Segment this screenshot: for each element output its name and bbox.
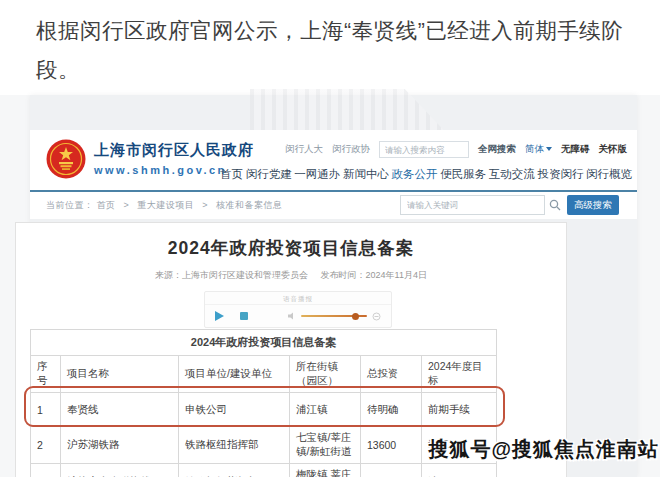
cell: 167705 bbox=[361, 464, 422, 477]
nav-news[interactable]: 新闻中心 bbox=[343, 167, 389, 182]
cell: 2 bbox=[31, 427, 61, 464]
search-icon[interactable] bbox=[549, 199, 561, 211]
table-caption-row: 2024年政府投资项目信息备案 bbox=[31, 330, 497, 356]
col-header-project: 项目名称 bbox=[61, 356, 179, 393]
cell: 奉贤线 bbox=[61, 393, 179, 427]
article-title: 2024年政府投资项目信息备案 bbox=[16, 236, 566, 260]
volume-icon bbox=[372, 312, 381, 321]
table-header-row: 序号 项目名称 项目单位/建设单位 所在街镇（园区） 总投资 2024年度目标 bbox=[31, 356, 497, 393]
cell: 13600 bbox=[361, 427, 422, 464]
volume-control bbox=[288, 312, 381, 321]
national-emblem-logo bbox=[46, 139, 86, 179]
table-row-fengxian-line: 1 奉贤线 申铁公司 浦江镇 待明确 前期手续 bbox=[31, 393, 497, 427]
projects-table-wrap: 2024年政府投资项目信息备案 序号 项目名称 项目单位/建设单位 所在街镇（园… bbox=[30, 329, 496, 477]
site-header: 上海市闵行区人民政府 www.shmh.gov.cn 闵行人大 闵行政协 全网搜… bbox=[30, 130, 637, 192]
cell: 1 bbox=[31, 393, 61, 427]
breadcrumb-major-projects[interactable]: 重大建设项目 bbox=[137, 200, 194, 210]
article-caption: 根据闵行区政府官网公示，上海“奉贤线”已经进入前期手续阶段。 bbox=[36, 12, 628, 90]
article-source: 来源：上海市闵行区建设和管理委员会 bbox=[155, 270, 308, 280]
accessibility-link[interactable]: 无障碍 bbox=[561, 143, 590, 156]
advanced-search-button[interactable]: 高级搜索 bbox=[567, 195, 619, 215]
audio-player-controls bbox=[205, 305, 391, 327]
watermark: 搜狐号@搜狐焦点淮南站 bbox=[428, 436, 659, 463]
language-selector[interactable]: 简体 bbox=[525, 143, 552, 156]
col-header-investment: 总投资 bbox=[361, 356, 422, 393]
cell: 铁路枢纽指挥部 bbox=[179, 464, 290, 477]
cell: 梅陇镇 莘庄镇 bbox=[290, 464, 361, 477]
site-search-input[interactable] bbox=[379, 141, 469, 158]
speaker-icon bbox=[288, 312, 296, 320]
care-version-link[interactable]: 关怀版 bbox=[599, 143, 628, 156]
link-minhang-renda[interactable]: 闵行人大 bbox=[285, 143, 323, 156]
col-header-unit: 项目单位/建设单位 bbox=[179, 356, 290, 393]
cell: 沪杭客专南联络线 bbox=[61, 464, 179, 477]
cell: 待明确 bbox=[361, 393, 422, 427]
chevron-down-icon bbox=[546, 147, 552, 151]
cell: 沪苏湖铁路 bbox=[61, 427, 179, 464]
site-search-button[interactable]: 全网搜索 bbox=[478, 143, 516, 156]
article-meta: 来源：上海市闵行区建设和管理委员会 发布时间：2024年11月4日 bbox=[16, 269, 566, 282]
projects-table: 2024年政府投资项目信息备案 序号 项目名称 项目单位/建设单位 所在街镇（园… bbox=[30, 329, 497, 477]
article-date: 发布时间：2024年11月4日 bbox=[321, 270, 427, 280]
audio-player-label: 语音播报 bbox=[205, 292, 391, 305]
volume-slider[interactable] bbox=[301, 315, 367, 317]
nav-party[interactable]: 闵行党建 bbox=[246, 167, 292, 182]
breadcrumb-bar: 当前位置： 首页 > 重大建设项目 > 核准和备案信息 高级搜索 bbox=[30, 192, 637, 219]
play-icon[interactable] bbox=[215, 311, 224, 321]
cell: 七宝镇/莘庄镇/新虹街道 bbox=[290, 427, 361, 464]
cell: 浦江镇 bbox=[290, 393, 361, 427]
screenshot-root: 根据闵行区政府官网公示，上海“奉贤线”已经进入前期手续阶段。 上海市闵行区人民政… bbox=[0, 0, 660, 477]
nav-home[interactable]: 首页 bbox=[220, 167, 243, 182]
breadcrumb-filing-info[interactable]: 核准和备案信息 bbox=[216, 200, 283, 210]
table-row-husuhu-railway: 2 沪苏湖铁路 铁路枢纽指挥部 七宝镇/莘庄镇/新虹街道 13600 竣工 bbox=[31, 427, 497, 464]
site-name: 上海市闵行区人民政府 bbox=[94, 141, 254, 160]
nav-services[interactable]: 便民服务 bbox=[440, 167, 486, 182]
main-nav: 首页 闵行党建 一网通办 新闻中心 政务公开 便民服务 互动交流 投资闵行 闵行… bbox=[220, 167, 632, 182]
col-header-target: 2024年度目标 bbox=[422, 356, 497, 393]
embedded-screenshot: 上海市闵行区人民政府 www.shmh.gov.cn 闵行人大 闵行政协 全网搜… bbox=[0, 95, 660, 477]
cell: 申铁公司 bbox=[179, 393, 290, 427]
breadcrumb-home[interactable]: 首页 bbox=[97, 200, 116, 210]
cell: 3 bbox=[31, 464, 61, 477]
cell: 竣工 bbox=[422, 464, 497, 477]
cell: 前期手续 bbox=[422, 393, 497, 427]
keyword-search-input[interactable] bbox=[400, 195, 545, 215]
nav-invest[interactable]: 投资闵行 bbox=[537, 167, 583, 182]
utility-bar: 闵行人大 闵行政协 全网搜索 简体 无障碍 关怀版 bbox=[285, 141, 633, 158]
nav-overview[interactable]: 闵行概览 bbox=[586, 167, 632, 182]
volume-knob[interactable] bbox=[352, 313, 359, 320]
audio-player: 语音播报 bbox=[204, 291, 392, 328]
breadcrumb-separator: > bbox=[202, 200, 208, 210]
stop-icon[interactable] bbox=[240, 312, 248, 320]
nav-interaction[interactable]: 互动交流 bbox=[489, 167, 535, 182]
breadcrumb-separator: > bbox=[124, 200, 130, 210]
breadcrumb: 当前位置： 首页 > 重大建设项目 > 核准和备案信息 bbox=[46, 199, 283, 212]
table-caption: 2024年政府投资项目信息备案 bbox=[31, 330, 497, 356]
table-row-huhang-link: 3 沪杭客专南联络线 铁路枢纽指挥部 梅陇镇 莘庄镇 167705 竣工 bbox=[31, 464, 497, 477]
breadcrumb-label: 当前位置： bbox=[46, 200, 94, 210]
col-header-town: 所在街镇（园区） bbox=[290, 356, 361, 393]
cell: 铁路枢纽指挥部 bbox=[179, 427, 290, 464]
nav-onestop[interactable]: 一网通办 bbox=[294, 167, 340, 182]
nav-gov-affairs[interactable]: 政务公开 bbox=[392, 167, 438, 182]
col-header-no: 序号 bbox=[31, 356, 61, 393]
link-minhang-zhengxie[interactable]: 闵行政协 bbox=[332, 143, 370, 156]
